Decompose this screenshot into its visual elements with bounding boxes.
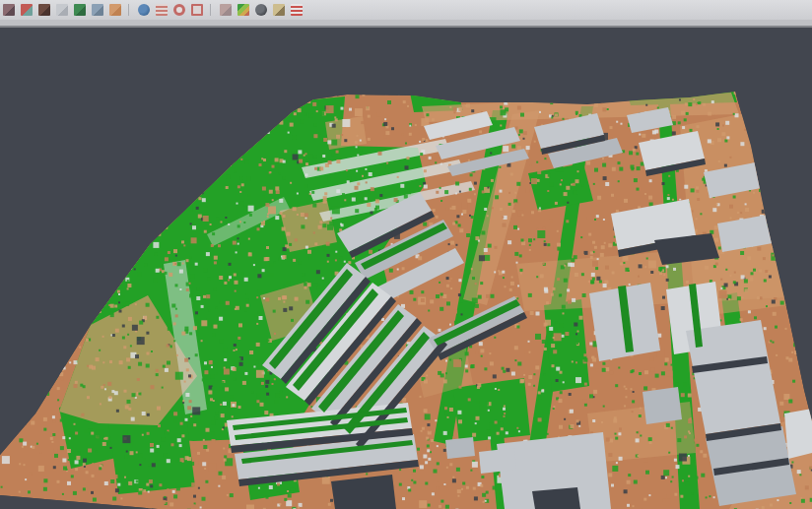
classification-colors-icon[interactable] [236, 3, 250, 18]
classification-colors-icon-glyph [237, 4, 249, 16]
selection-box-icon[interactable] [189, 3, 204, 18]
toolbar-separator [207, 3, 215, 17]
open-icon-glyph [3, 4, 15, 16]
toolbar-edge [0, 20, 812, 28]
3d-viewport[interactable] [0, 28, 812, 509]
vegetation-layer-icon-glyph [74, 4, 86, 16]
toolbar-icons [1, 3, 304, 18]
orthoimage-icon-glyph [109, 4, 121, 16]
raster-grid-icon-glyph [220, 4, 232, 16]
orthoimage-icon[interactable] [107, 3, 122, 18]
import-points-icon[interactable] [19, 3, 34, 18]
globe-icon[interactable] [136, 3, 151, 18]
layers-icon[interactable] [154, 3, 169, 18]
sphere-view-icon[interactable] [253, 3, 268, 18]
target-icon[interactable] [171, 3, 186, 18]
layers-icon-glyph [156, 4, 168, 16]
app-window [0, 0, 812, 509]
3d-scene[interactable] [0, 28, 812, 509]
selection-box-icon-glyph [191, 4, 203, 16]
toolbar [0, 0, 812, 20]
cross-section-icon[interactable] [90, 3, 104, 18]
target-icon-glyph [173, 4, 185, 16]
open-icon[interactable] [1, 3, 16, 18]
raster-grid-icon[interactable] [218, 3, 233, 18]
import-points-icon-glyph [21, 4, 33, 16]
measure-icon-glyph [273, 4, 285, 16]
point-cloud-icon-glyph [56, 4, 68, 16]
terrain-model-icon-glyph [38, 4, 50, 16]
toolbar-separator [125, 3, 133, 17]
cross-section-icon-glyph [92, 4, 103, 16]
point-cloud-icon[interactable] [54, 3, 69, 18]
sphere-view-icon-glyph [255, 4, 267, 16]
clip-box-icon-glyph [291, 4, 303, 16]
globe-icon-glyph [138, 4, 150, 16]
clip-box-icon[interactable] [289, 3, 304, 18]
terrain-model-icon[interactable] [36, 3, 51, 18]
measure-icon[interactable] [271, 3, 286, 18]
vegetation-layer-icon[interactable] [72, 3, 87, 18]
